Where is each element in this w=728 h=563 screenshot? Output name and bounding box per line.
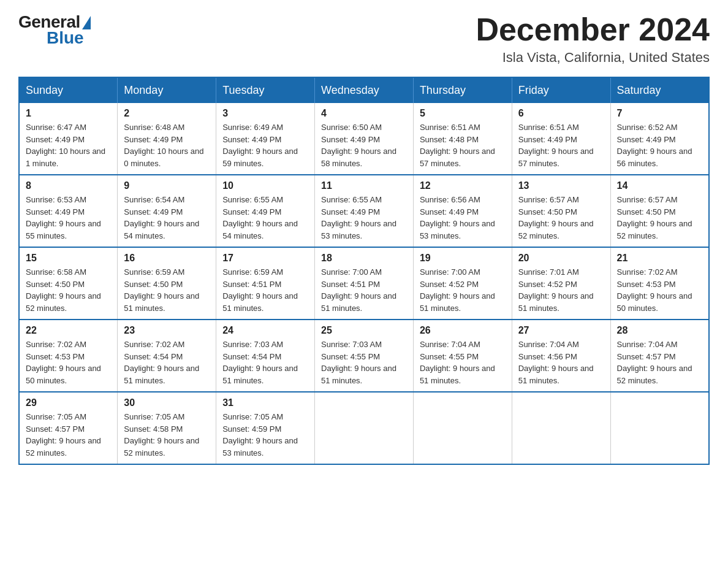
day-number: 14 [617, 180, 702, 191]
day-number: 5 [420, 108, 506, 119]
day-info: Sunrise: 7:04 AMSunset: 4:56 PMDaylight:… [518, 339, 604, 386]
calendar-week-row: 15Sunrise: 6:58 AMSunset: 4:50 PMDayligh… [19, 247, 709, 320]
weekday-header-monday: Monday [118, 77, 216, 103]
day-info: Sunrise: 6:59 AMSunset: 4:51 PMDaylight:… [222, 266, 308, 314]
calendar-cell: 17Sunrise: 6:59 AMSunset: 4:51 PMDayligh… [216, 247, 315, 320]
day-info: Sunrise: 6:54 AMSunset: 4:49 PMDaylight:… [124, 194, 210, 242]
calendar-week-row: 22Sunrise: 7:02 AMSunset: 4:53 PMDayligh… [19, 320, 709, 392]
weekday-header-row: SundayMondayTuesdayWednesdayThursdayFrid… [19, 77, 709, 103]
day-info: Sunrise: 6:51 AMSunset: 4:49 PMDaylight:… [518, 121, 604, 169]
calendar-cell: 2Sunrise: 6:48 AMSunset: 4:49 PMDaylight… [118, 103, 216, 175]
day-info: Sunrise: 6:52 AMSunset: 4:49 PMDaylight:… [617, 121, 702, 169]
calendar-cell: 28Sunrise: 7:04 AMSunset: 4:57 PMDayligh… [610, 320, 709, 392]
day-number: 4 [321, 108, 407, 119]
calendar-cell [315, 392, 414, 464]
calendar-cell [512, 392, 610, 464]
calendar-cell: 25Sunrise: 7:03 AMSunset: 4:55 PMDayligh… [315, 320, 414, 392]
day-info: Sunrise: 7:05 AMSunset: 4:58 PMDaylight:… [124, 411, 210, 459]
calendar-cell: 19Sunrise: 7:00 AMSunset: 4:52 PMDayligh… [413, 247, 512, 320]
day-info: Sunrise: 6:47 AMSunset: 4:49 PMDaylight:… [26, 121, 111, 169]
calendar-cell: 20Sunrise: 7:01 AMSunset: 4:52 PMDayligh… [512, 247, 610, 320]
calendar-cell: 29Sunrise: 7:05 AMSunset: 4:57 PMDayligh… [19, 392, 118, 464]
calendar-cell: 6Sunrise: 6:51 AMSunset: 4:49 PMDaylight… [512, 103, 610, 175]
day-info: Sunrise: 6:55 AMSunset: 4:49 PMDaylight:… [222, 194, 308, 242]
weekday-header-friday: Friday [512, 77, 610, 103]
calendar-cell: 15Sunrise: 6:58 AMSunset: 4:50 PMDayligh… [19, 247, 118, 320]
day-number: 23 [124, 325, 210, 336]
day-info: Sunrise: 6:49 AMSunset: 4:49 PMDaylight:… [222, 121, 308, 169]
day-info: Sunrise: 6:59 AMSunset: 4:50 PMDaylight:… [124, 266, 210, 314]
calendar-cell: 27Sunrise: 7:04 AMSunset: 4:56 PMDayligh… [512, 320, 610, 392]
calendar-cell: 22Sunrise: 7:02 AMSunset: 4:53 PMDayligh… [19, 320, 118, 392]
weekday-header-thursday: Thursday [413, 77, 512, 103]
day-number: 6 [518, 108, 604, 119]
calendar-cell: 10Sunrise: 6:55 AMSunset: 4:49 PMDayligh… [216, 175, 315, 247]
day-info: Sunrise: 7:01 AMSunset: 4:52 PMDaylight:… [518, 266, 604, 314]
day-number: 2 [124, 108, 210, 119]
calendar-cell: 5Sunrise: 6:51 AMSunset: 4:48 PMDaylight… [413, 103, 512, 175]
day-number: 9 [124, 180, 210, 191]
day-info: Sunrise: 6:53 AMSunset: 4:49 PMDaylight:… [26, 194, 111, 242]
location-text: Isla Vista, California, United States [476, 50, 710, 66]
day-number: 12 [420, 180, 506, 191]
day-info: Sunrise: 6:51 AMSunset: 4:48 PMDaylight:… [420, 121, 506, 169]
day-number: 15 [26, 253, 111, 264]
logo-blue-text: Blue [47, 29, 84, 47]
weekday-header-tuesday: Tuesday [216, 77, 315, 103]
day-number: 16 [124, 253, 210, 264]
calendar-cell: 14Sunrise: 6:57 AMSunset: 4:50 PMDayligh… [610, 175, 709, 247]
day-number: 3 [222, 108, 308, 119]
calendar-cell: 18Sunrise: 7:00 AMSunset: 4:51 PMDayligh… [315, 247, 414, 320]
day-number: 18 [321, 253, 407, 264]
day-info: Sunrise: 7:02 AMSunset: 4:53 PMDaylight:… [26, 339, 111, 386]
day-number: 22 [26, 325, 111, 336]
day-number: 19 [420, 253, 506, 264]
calendar-cell: 30Sunrise: 7:05 AMSunset: 4:58 PMDayligh… [118, 392, 216, 464]
day-info: Sunrise: 7:03 AMSunset: 4:54 PMDaylight:… [222, 339, 308, 386]
day-number: 25 [321, 325, 407, 336]
calendar-cell: 11Sunrise: 6:55 AMSunset: 4:49 PMDayligh… [315, 175, 414, 247]
calendar-cell: 3Sunrise: 6:49 AMSunset: 4:49 PMDaylight… [216, 103, 315, 175]
day-info: Sunrise: 6:48 AMSunset: 4:49 PMDaylight:… [124, 121, 210, 169]
calendar-week-row: 8Sunrise: 6:53 AMSunset: 4:49 PMDaylight… [19, 175, 709, 247]
calendar-cell: 23Sunrise: 7:02 AMSunset: 4:54 PMDayligh… [118, 320, 216, 392]
calendar-week-row: 29Sunrise: 7:05 AMSunset: 4:57 PMDayligh… [19, 392, 709, 464]
calendar-cell: 12Sunrise: 6:56 AMSunset: 4:49 PMDayligh… [413, 175, 512, 247]
calendar-cell: 31Sunrise: 7:05 AMSunset: 4:59 PMDayligh… [216, 392, 315, 464]
day-number: 28 [617, 325, 702, 336]
day-info: Sunrise: 6:57 AMSunset: 4:50 PMDaylight:… [617, 194, 702, 242]
day-info: Sunrise: 6:56 AMSunset: 4:49 PMDaylight:… [420, 194, 506, 242]
day-info: Sunrise: 6:58 AMSunset: 4:50 PMDaylight:… [26, 266, 111, 314]
day-info: Sunrise: 7:03 AMSunset: 4:55 PMDaylight:… [321, 339, 407, 386]
day-info: Sunrise: 7:04 AMSunset: 4:55 PMDaylight:… [420, 339, 506, 386]
day-number: 21 [617, 253, 702, 264]
day-number: 13 [518, 180, 604, 191]
day-info: Sunrise: 7:05 AMSunset: 4:57 PMDaylight:… [26, 411, 111, 459]
day-info: Sunrise: 7:05 AMSunset: 4:59 PMDaylight:… [222, 411, 308, 459]
calendar-cell: 26Sunrise: 7:04 AMSunset: 4:55 PMDayligh… [413, 320, 512, 392]
month-title: December 2024 [476, 12, 710, 47]
calendar-cell: 8Sunrise: 6:53 AMSunset: 4:49 PMDaylight… [19, 175, 118, 247]
calendar-cell: 16Sunrise: 6:59 AMSunset: 4:50 PMDayligh… [118, 247, 216, 320]
weekday-header-wednesday: Wednesday [315, 77, 414, 103]
title-area: December 2024 Isla Vista, California, Un… [476, 12, 710, 66]
day-info: Sunrise: 7:00 AMSunset: 4:52 PMDaylight:… [420, 266, 506, 314]
day-info: Sunrise: 7:02 AMSunset: 4:53 PMDaylight:… [617, 266, 702, 314]
calendar-cell: 1Sunrise: 6:47 AMSunset: 4:49 PMDaylight… [19, 103, 118, 175]
day-number: 17 [222, 253, 308, 264]
calendar-cell: 4Sunrise: 6:50 AMSunset: 4:49 PMDaylight… [315, 103, 414, 175]
day-number: 8 [26, 180, 111, 191]
day-info: Sunrise: 7:00 AMSunset: 4:51 PMDaylight:… [321, 266, 407, 314]
day-number: 20 [518, 253, 604, 264]
calendar-week-row: 1Sunrise: 6:47 AMSunset: 4:49 PMDaylight… [19, 103, 709, 175]
day-number: 1 [26, 108, 111, 119]
day-info: Sunrise: 7:02 AMSunset: 4:54 PMDaylight:… [124, 339, 210, 386]
day-number: 24 [222, 325, 308, 336]
calendar-cell [413, 392, 512, 464]
calendar-table: SundayMondayTuesdayWednesdayThursdayFrid… [18, 77, 710, 465]
day-info: Sunrise: 6:57 AMSunset: 4:50 PMDaylight:… [518, 194, 604, 242]
calendar-cell: 21Sunrise: 7:02 AMSunset: 4:53 PMDayligh… [610, 247, 709, 320]
day-number: 29 [26, 397, 111, 408]
calendar-cell: 24Sunrise: 7:03 AMSunset: 4:54 PMDayligh… [216, 320, 315, 392]
calendar-cell: 13Sunrise: 6:57 AMSunset: 4:50 PMDayligh… [512, 175, 610, 247]
